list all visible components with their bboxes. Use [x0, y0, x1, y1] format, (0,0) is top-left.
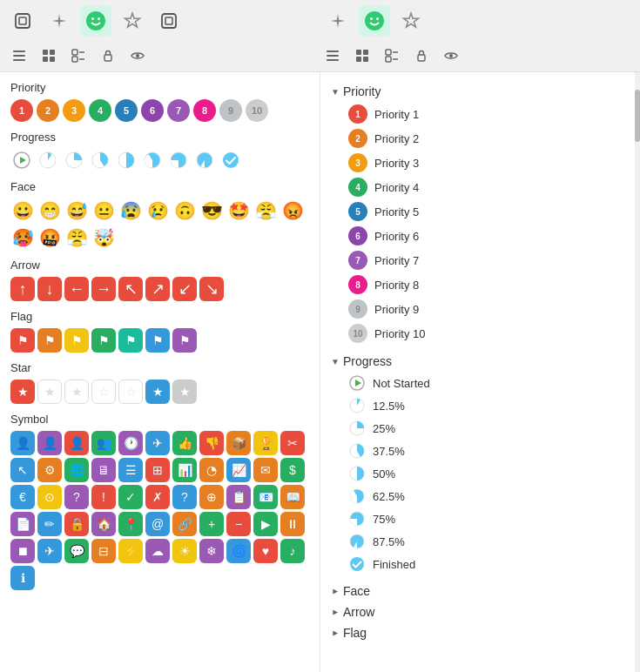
sym-bar[interactable]: ⊟	[91, 539, 116, 563]
expand2-icon[interactable]	[380, 44, 404, 68]
sym-settings[interactable]: ⚙	[37, 458, 62, 482]
progress-62[interactable]	[141, 149, 164, 171]
progress-item-62[interactable]: 62.5%	[331, 485, 630, 507]
progress-item-25[interactable]: 25%	[331, 417, 630, 440]
flag-red[interactable]: ⚑	[10, 328, 35, 353]
star2-icon[interactable]	[395, 5, 427, 37]
face-9[interactable]: 🤩	[226, 198, 251, 223]
priority-list-item-2[interactable]: 2 Priority 2	[331, 126, 630, 151]
sym-group[interactable]: 👥	[91, 431, 116, 455]
face-15[interactable]: 🤯	[91, 225, 116, 250]
flag-teal[interactable]: ⚑	[118, 328, 143, 353]
priority-6[interactable]: 6	[141, 99, 164, 122]
face-1[interactable]: 😀	[10, 198, 35, 223]
lock-icon[interactable]	[96, 44, 120, 68]
sym-scissors[interactable]: ✂	[280, 431, 305, 455]
priority-list-item-3[interactable]: 3 Priority 3	[331, 151, 630, 175]
arrow-dr[interactable]: ↘	[199, 277, 224, 301]
progress-item-12[interactable]: 12.5%	[331, 394, 630, 417]
sym-book[interactable]: 📖	[280, 485, 305, 509]
arrow-up[interactable]: ↑	[10, 277, 35, 301]
sym-euro[interactable]: €	[10, 485, 35, 509]
priority-2[interactable]: 2	[37, 99, 59, 122]
sym-box[interactable]: 📦	[226, 431, 251, 455]
grid-view-icon[interactable]	[37, 44, 61, 68]
sym-lightning[interactable]: ⚡	[118, 539, 143, 563]
sym-chart[interactable]: 📊	[172, 458, 197, 482]
face-11[interactable]: 😡	[280, 198, 305, 223]
list-view-icon[interactable]	[7, 44, 31, 68]
face-8[interactable]: 😎	[199, 198, 224, 223]
sym-lock[interactable]: 🔒	[64, 512, 89, 536]
smiley-icon-left[interactable]	[80, 5, 111, 37]
star-outline4[interactable]: ☆	[118, 380, 143, 404]
face-14[interactable]: 😤	[64, 225, 89, 250]
progress-category-header[interactable]: ▼ Progress	[331, 351, 630, 372]
face-7[interactable]: 🙃	[172, 198, 197, 223]
sym-check[interactable]: ✓	[118, 485, 143, 509]
sym-list2[interactable]: ☰	[118, 458, 143, 482]
star-outline2[interactable]: ★	[64, 380, 89, 404]
grid-view2-icon[interactable]	[350, 44, 374, 68]
progress-100[interactable]	[219, 149, 242, 171]
face-12[interactable]: 🥵	[10, 225, 35, 250]
sym-exclaim[interactable]: !	[91, 485, 116, 509]
sym-at[interactable]: @	[145, 512, 170, 536]
sym-trend[interactable]: 📈	[226, 458, 251, 482]
sym-thumb-down[interactable]: 👎	[199, 431, 224, 455]
face-4[interactable]: 😐	[91, 198, 116, 223]
progress-item-finished[interactable]: Finished	[331, 553, 630, 575]
sym-person[interactable]: 👤	[10, 431, 35, 455]
priority-list-item-1[interactable]: 1 Priority 1	[331, 102, 630, 126]
priority-list-item-5[interactable]: 5 Priority 5	[331, 199, 630, 224]
sym-monitor[interactable]: 🖥	[91, 458, 116, 482]
priority-8[interactable]: 8	[193, 99, 216, 122]
sym-dollar[interactable]: $	[280, 458, 305, 482]
sym-spiral[interactable]: 🌀	[226, 539, 251, 563]
sym-person3[interactable]: 👤	[64, 431, 89, 455]
priority-category-header[interactable]: ▼ Priority	[331, 81, 630, 102]
sym-edit[interactable]: ✏	[37, 512, 62, 536]
list-view2-icon[interactable]	[320, 44, 345, 68]
star-blue[interactable]: ★	[145, 380, 170, 404]
sym-cloud[interactable]: ☁	[145, 539, 170, 563]
star-white[interactable]: ★	[172, 380, 197, 404]
sym-help[interactable]: ?	[172, 485, 197, 509]
face-6[interactable]: 😢	[145, 198, 170, 223]
sym-table[interactable]: ⊞	[145, 458, 170, 482]
face-category-header[interactable]: ▼ Face	[331, 581, 630, 601]
sym-play[interactable]: ▶	[253, 512, 278, 536]
star-red[interactable]: ★	[10, 380, 35, 404]
priority-list-item-9[interactable]: 9 Priority 9	[331, 297, 630, 321]
sym-snowflake[interactable]: ❄	[199, 539, 224, 563]
sym-heart[interactable]: ♥	[253, 539, 278, 563]
face-3[interactable]: 😅	[64, 198, 89, 223]
scrollbar-thumb[interactable]	[635, 90, 640, 142]
sym-link[interactable]: 🔗	[172, 512, 197, 536]
arrow-ur[interactable]: ↗	[145, 277, 170, 301]
priority-5[interactable]: 5	[115, 99, 138, 122]
scrollbar[interactable]	[635, 72, 640, 672]
sym-mail[interactable]: ✉	[253, 458, 278, 482]
priority-1[interactable]: 1	[10, 99, 33, 122]
star-outline3[interactable]: ☆	[91, 380, 116, 404]
priority-list-item-10[interactable]: 10 Priority 10	[331, 321, 630, 346]
face-2[interactable]: 😁	[37, 198, 62, 223]
sym-cross[interactable]: ✗	[145, 485, 170, 509]
flag-blue[interactable]: ⚑	[145, 328, 170, 353]
sym-trophy[interactable]: 🏆	[253, 431, 278, 455]
arrow-dl[interactable]: ↙	[172, 277, 197, 301]
sym-pause[interactable]: ⏸	[280, 512, 305, 536]
flag-purple[interactable]: ⚑	[172, 328, 197, 353]
square2-icon[interactable]	[153, 5, 185, 37]
progress-item-50[interactable]: 50%	[331, 462, 630, 485]
priority-9[interactable]: 9	[219, 99, 242, 122]
sym-globe[interactable]: 🌐	[64, 458, 89, 482]
smiley2-icon[interactable]	[359, 5, 390, 37]
progress-37[interactable]	[89, 149, 111, 171]
priority-list-item-4[interactable]: 4 Priority 4	[331, 175, 630, 199]
face-10[interactable]: 😤	[253, 198, 278, 223]
priority-list-item-8[interactable]: 8 Priority 8	[331, 272, 630, 297]
progress-item-not-started[interactable]: Not Started	[331, 372, 630, 394]
priority-list-item-6[interactable]: 6 Priority 6	[331, 224, 630, 248]
